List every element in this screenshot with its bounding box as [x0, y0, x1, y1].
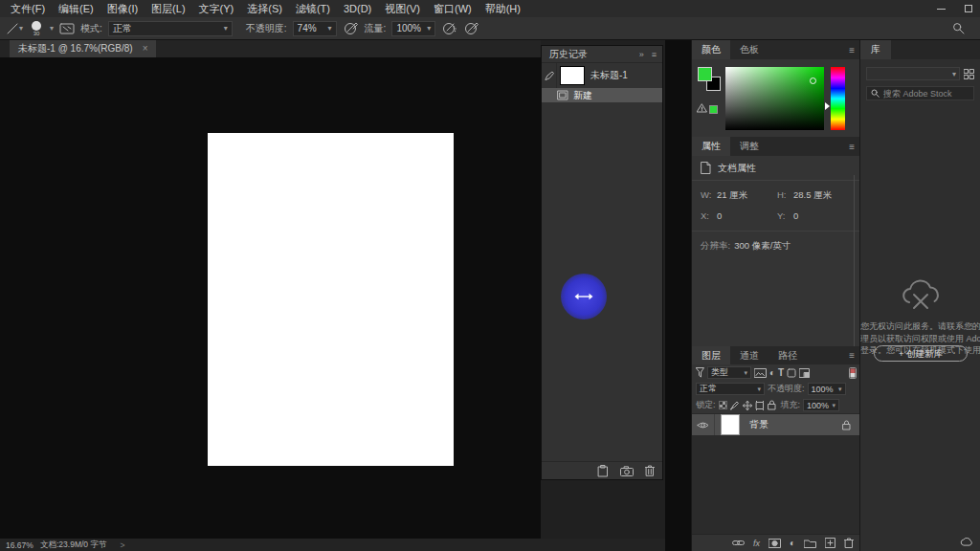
pressure-opacity-icon[interactable] — [343, 21, 359, 35]
filter-pick-icon[interactable] — [696, 367, 704, 378]
scrollbar[interactable] — [854, 175, 855, 352]
library-search-box[interactable] — [866, 86, 974, 100]
history-state-row-selected[interactable]: 新建 — [542, 88, 662, 102]
menu-bar: 文件(F) 编辑(E) 图像(I) 图层(L) 文字(Y) 选择(S) 滤镜(T… — [0, 0, 980, 17]
lock-label: 锁定: — [696, 399, 716, 411]
tab-libraries[interactable]: 库 — [860, 40, 891, 59]
tool-preset-icon[interactable]: ▾ — [6, 22, 23, 35]
history-panel-title: 历史记录 — [547, 48, 588, 61]
layer-fill-select[interactable]: 100%▾ — [803, 399, 839, 411]
delete-layer-trash-icon[interactable] — [844, 538, 854, 548]
tab-paths[interactable]: 路径 — [768, 346, 807, 364]
layer-locked-icon[interactable] — [842, 420, 851, 430]
menu-filter[interactable]: 滤镜(T) — [289, 0, 337, 17]
filter-adjustment-icon[interactable]: ◐ — [769, 368, 775, 378]
brush-preset-picker[interactable]: 30 — [29, 21, 44, 36]
lock-pixels-brush-icon[interactable] — [730, 401, 740, 410]
close-tab-icon[interactable]: × — [143, 40, 148, 57]
tab-channels[interactable]: 通道 — [730, 346, 768, 364]
grid-view-icon[interactable] — [964, 69, 974, 79]
layer-thumbnail[interactable] — [721, 414, 740, 435]
filter-shape-icon[interactable] — [787, 368, 796, 378]
layer-style-fx-icon[interactable]: fx — [753, 539, 760, 548]
create-library-button[interactable]: + 创建新库 — [874, 345, 968, 362]
filter-image-icon[interactable] — [754, 368, 767, 378]
new-snapshot-camera-icon[interactable] — [620, 466, 634, 476]
sync-cloud-icon[interactable] — [960, 538, 972, 546]
filter-toggle-icon[interactable] — [849, 367, 857, 379]
history-brush-source-icon[interactable] — [542, 63, 557, 88]
filter-type-text-icon[interactable]: T — [778, 368, 784, 378]
menu-image[interactable]: 图像(I) — [100, 0, 145, 17]
add-layer-mask-icon[interactable] — [768, 539, 781, 548]
tab-color[interactable]: 颜色 — [692, 40, 730, 59]
tab-adjustments[interactable]: 调整 — [730, 137, 768, 156]
saturation-brightness-field[interactable] — [725, 67, 824, 130]
libraries-panel-tabs: 库 — [860, 40, 980, 59]
layer-blend-mode-select[interactable]: 正常▾ — [696, 383, 765, 395]
gamut-warning-icon[interactable] — [697, 103, 707, 113]
menu-window[interactable]: 窗口(W) — [427, 0, 479, 17]
layer-row-background[interactable]: 背景 — [692, 413, 860, 436]
lock-position-icon[interactable] — [743, 401, 752, 410]
document-properties-row: 文档属性 — [692, 156, 860, 181]
link-layers-icon[interactable] — [732, 540, 745, 546]
brush-size-value: 30 — [33, 31, 40, 36]
hue-slider-bar[interactable] — [831, 67, 845, 130]
menu-type[interactable]: 文字(Y) — [192, 0, 241, 17]
flow-select[interactable]: 100%▾ — [391, 21, 435, 36]
library-select[interactable]: ▾ — [866, 67, 960, 80]
tab-layers[interactable]: 图层 — [692, 346, 730, 364]
delete-state-trash-icon[interactable] — [645, 465, 655, 476]
layer-opacity-select[interactable]: 100%▾ — [808, 383, 846, 395]
menu-help[interactable]: 帮助(H) — [479, 0, 527, 17]
foreground-color-swatch[interactable] — [698, 67, 712, 81]
menu-file[interactable]: 文件(F) — [4, 0, 52, 17]
snapshot-thumbnail[interactable] — [560, 66, 585, 85]
menu-3d[interactable]: 3D(D) — [337, 0, 378, 17]
pressure-size-icon[interactable] — [463, 21, 479, 35]
document-canvas[interactable] — [208, 133, 454, 466]
tab-swatches[interactable]: 色板 — [730, 40, 768, 59]
toggle-brush-settings-icon[interactable] — [59, 22, 75, 35]
opacity-select[interactable]: 74%▾ — [293, 21, 337, 36]
gamut-color-chip[interactable] — [709, 105, 718, 114]
layer-lock-row: 锁定: 填充: 100%▾ — [692, 397, 860, 413]
library-search-input[interactable] — [883, 89, 966, 99]
brush-picker-caret-icon[interactable]: ▾ — [50, 24, 54, 33]
lock-all-icon[interactable] — [768, 400, 776, 410]
x-value: 0 — [717, 210, 777, 221]
blend-mode-select[interactable]: 正常▾ — [108, 21, 233, 36]
collapse-panel-icon[interactable]: » — [632, 50, 644, 59]
airbrush-icon[interactable] — [441, 21, 457, 35]
height-value: 28.5 厘米 — [793, 189, 854, 202]
status-bar: 16.67% 文档:23.9M/0 字节 > — [0, 539, 665, 551]
hue-slider-arrow-icon[interactable] — [825, 102, 830, 110]
maximize-icon[interactable] — [965, 5, 972, 12]
tab-properties[interactable]: 属性 — [692, 137, 730, 156]
width-value: 21 厘米 — [717, 189, 777, 202]
panel-menu-icon[interactable]: ≡ — [644, 50, 657, 59]
y-value: 0 — [793, 210, 854, 221]
document-tab[interactable]: 未标题-1 @ 16.7%(RGB/8) × — [10, 40, 156, 57]
new-adjustment-layer-icon[interactable]: ◐ — [790, 539, 795, 548]
menu-select[interactable]: 选择(S) — [240, 0, 289, 17]
search-icon[interactable] — [952, 22, 965, 34]
menu-layer[interactable]: 图层(L) — [145, 0, 191, 17]
minimize-icon[interactable] — [937, 9, 946, 10]
color-picker-marker[interactable] — [810, 77, 816, 84]
new-layer-icon[interactable] — [825, 538, 835, 548]
lock-transparency-icon[interactable] — [719, 401, 727, 409]
layer-blend-row: 正常▾ 不透明度: 100%▾ — [692, 381, 860, 397]
status-chevron-icon[interactable]: > — [106, 540, 124, 550]
new-doc-from-state-icon[interactable] — [597, 465, 609, 477]
zoom-level-value[interactable]: 16.67% — [0, 540, 33, 550]
new-group-folder-icon[interactable] — [804, 539, 816, 548]
menu-edit[interactable]: 编辑(E) — [52, 0, 100, 17]
lock-artboard-icon[interactable] — [755, 401, 765, 410]
menu-view[interactable]: 视图(V) — [378, 0, 427, 17]
layer-visibility-cell[interactable] — [692, 414, 715, 435]
history-snapshot-row[interactable]: 未标题-1 — [542, 63, 662, 88]
filter-smart-object-icon[interactable] — [799, 368, 810, 378]
filter-type-select[interactable]: 类型▾ — [707, 366, 751, 379]
